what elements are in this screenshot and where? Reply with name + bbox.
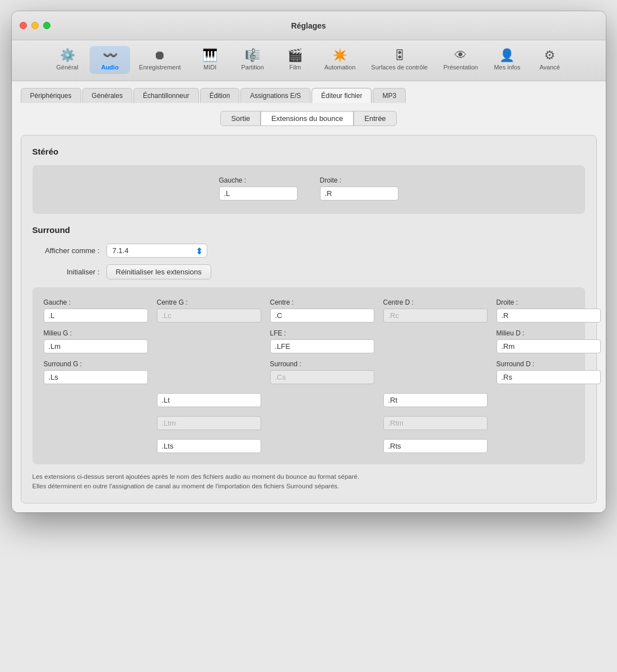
milieu-d-field: Milieu D :: [497, 329, 601, 353]
subtab-extensions[interactable]: Extensions du bounce: [261, 111, 354, 126]
surround-centre-g-input[interactable]: [157, 309, 261, 323]
haut-d-field: [383, 391, 488, 407]
afficher-label: Afficher comme :: [33, 246, 100, 255]
toolbar-enregistrement[interactable]: ⏺ Enregistrement: [132, 46, 188, 74]
surround-centre-d-input[interactable]: [383, 309, 488, 323]
subtab-sortie[interactable]: Sortie: [220, 111, 261, 126]
surround-reset-row: Initialiser : Réinitialiser les extensio…: [33, 264, 585, 279]
spacer-5: [44, 391, 148, 407]
gear-icon: ⚙️: [60, 49, 75, 62]
surround-d-label: Surround D :: [497, 360, 601, 368]
toolbar-avance[interactable]: ⚙ Avancé: [530, 46, 570, 74]
lfe-input[interactable]: [270, 339, 374, 353]
spacer-9: [270, 414, 374, 430]
spacer-1: [157, 329, 261, 353]
surround-center-label: Surround :: [270, 360, 374, 368]
window-title: Réglages: [291, 21, 326, 30]
advanced-icon: ⚙: [544, 49, 555, 62]
midi-icon: 🎹: [202, 49, 217, 62]
content-area: Sortie Extensions du bounce Entrée Stéré…: [12, 103, 606, 512]
surround-center-field: Surround :: [270, 360, 374, 384]
spacer-13: [497, 437, 601, 453]
film-icon: 🎬: [287, 49, 303, 62]
stereo-gauche-label: Gauche :: [219, 176, 298, 184]
initialiser-label: Initialiser :: [33, 268, 100, 276]
spacer-11: [44, 437, 148, 453]
surround-droite-input[interactable]: [497, 309, 601, 323]
tab-generales[interactable]: Générales: [82, 88, 132, 103]
toolbar-presentation[interactable]: 👁 Présentation: [437, 46, 485, 74]
automation-icon: ✴️: [332, 49, 347, 62]
stereo-title: Stéréo: [33, 147, 585, 156]
spacer-8: [44, 414, 148, 430]
minimize-button[interactable]: [31, 22, 39, 29]
lfe-label: LFE :: [270, 329, 374, 337]
user-icon: 👤: [499, 49, 514, 62]
close-button[interactable]: [20, 22, 27, 29]
surround-g-input[interactable]: [44, 370, 148, 384]
surround-g-field: Surround G :: [44, 360, 148, 384]
afficher-select[interactable]: 7.1.4 5.1 7.1 Quad: [106, 244, 207, 258]
milieu-d-label: Milieu D :: [497, 329, 601, 337]
surround-droite-field: Droite :: [497, 298, 601, 323]
spacer-6: [270, 391, 374, 407]
toolbar: ⚙️ Général 〰️ Audio ⏺ Enregistrement 🎹 M…: [12, 40, 606, 81]
tab-editeur-fichier[interactable]: Éditeur fichier: [312, 88, 372, 103]
tab-echantillonneur[interactable]: Échantillonneur: [133, 88, 199, 103]
surround-center-input[interactable]: [270, 370, 374, 384]
toolbar-film[interactable]: 🎬 Film: [275, 46, 316, 74]
toolbar-general-label: Général: [56, 64, 78, 71]
control-surface-icon: 🎛: [393, 49, 406, 62]
toolbar-partition[interactable]: 🎼 Partition: [233, 46, 273, 74]
main-window: Réglages ⚙️ Général 〰️ Audio ⏺ Enregistr…: [12, 11, 606, 512]
stereo-droite-group: Droite :: [320, 176, 398, 200]
centre-sup-d-input[interactable]: [383, 416, 488, 430]
stereo-gauche-input[interactable]: [219, 186, 298, 200]
surround-d-input[interactable]: [497, 370, 601, 384]
milieu-g-input[interactable]: [44, 339, 148, 353]
toolbar-surfaces[interactable]: 🎛 Surfaces de contrôle: [364, 46, 434, 74]
toolbar-midi-label: MIDI: [203, 64, 216, 71]
toolbar-avance-label: Avancé: [540, 64, 560, 71]
stereo-droite-input[interactable]: [320, 186, 398, 200]
spacer-10: [497, 414, 601, 430]
centre-sup-g-input[interactable]: [157, 416, 261, 430]
title-bar: Réglages: [12, 11, 606, 40]
surround-sup-d-input[interactable]: [383, 439, 488, 453]
stereo-box: Gauche : Droite :: [33, 165, 585, 214]
footer-note: Les extensions ci-dessus seront ajoutées…: [33, 472, 585, 492]
haut-d-input[interactable]: [383, 393, 488, 407]
surround-centre-g-label: Centre G :: [157, 298, 261, 306]
maximize-button[interactable]: [43, 22, 50, 29]
toolbar-general[interactable]: ⚙️ Général: [47, 46, 87, 74]
subtab-entree[interactable]: Entrée: [354, 111, 396, 126]
surround-centre-input[interactable]: [270, 309, 374, 323]
surround-sup-g-input[interactable]: [157, 439, 261, 453]
tab-edition[interactable]: Édition: [200, 88, 240, 103]
toolbar-midi[interactable]: 🎹 MIDI: [190, 46, 230, 74]
lfe-field: LFE :: [270, 329, 374, 353]
toolbar-partition-label: Partition: [241, 64, 263, 71]
toolbar-automation-label: Automation: [324, 64, 356, 71]
toolbar-automation[interactable]: ✴️ Automation: [318, 46, 363, 74]
reset-extensions-button[interactable]: Réinitialiser les extensions: [106, 264, 211, 279]
milieu-g-field: Milieu G :: [44, 329, 148, 353]
toolbar-audio-label: Audio: [101, 64, 118, 71]
main-content-box: Stéréo Gauche : Droite : Surround Affich…: [21, 135, 597, 503]
tab-mp3[interactable]: MP3: [373, 88, 406, 103]
toolbar-audio[interactable]: 〰️ Audio: [90, 46, 130, 74]
surround-gauche-input[interactable]: [44, 309, 148, 323]
toolbar-mesinfos[interactable]: 👤 Mes infos: [487, 46, 527, 74]
milieu-d-input[interactable]: [497, 339, 601, 353]
subtabs: Sortie Extensions du bounce Entrée: [21, 103, 597, 135]
record-icon: ⏺: [154, 49, 166, 62]
surround-droite-label: Droite :: [497, 298, 601, 306]
tab-peripheriques[interactable]: Périphériques: [21, 88, 81, 103]
toolbar-surfaces-label: Surfaces de contrôle: [371, 64, 428, 71]
window-controls: [20, 22, 50, 29]
tab-assignations[interactable]: Assignations E/S: [240, 88, 310, 103]
haut-g-input[interactable]: [157, 393, 261, 407]
spacer-7: [497, 391, 601, 407]
surround-centre-g-field: Centre G :: [157, 298, 261, 323]
afficher-select-wrapper: 7.1.4 5.1 7.1 Quad ⬍: [106, 244, 207, 258]
